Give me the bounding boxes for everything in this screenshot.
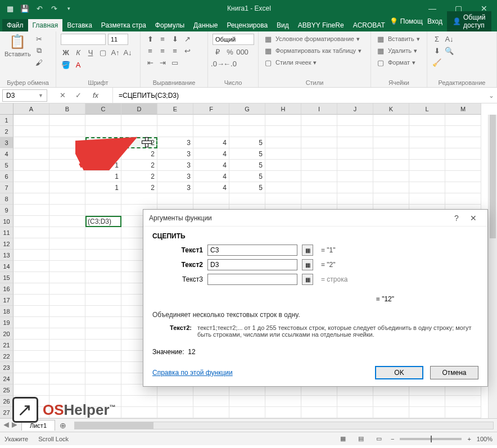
cell-C14[interactable] bbox=[85, 261, 121, 272]
cell-M2[interactable] bbox=[445, 126, 481, 137]
cell-B1[interactable] bbox=[49, 115, 85, 126]
col-header-M[interactable]: M bbox=[445, 103, 481, 115]
cell-A3[interactable] bbox=[13, 137, 49, 148]
cell-I4[interactable] bbox=[301, 148, 337, 160]
col-header-E[interactable]: E bbox=[157, 103, 193, 115]
cell-I3[interactable] bbox=[301, 137, 337, 148]
cell-A11[interactable] bbox=[13, 227, 49, 238]
cell-E1[interactable] bbox=[157, 115, 193, 126]
italic-button[interactable]: К bbox=[73, 47, 83, 57]
cell-D5[interactable]: 2 bbox=[121, 160, 157, 171]
cell-F3[interactable]: 4 bbox=[193, 137, 229, 148]
view-page-break-icon[interactable]: ▭ bbox=[373, 434, 385, 444]
tab-page-layout[interactable]: Разметка стра bbox=[97, 19, 151, 31]
cell-M4[interactable] bbox=[445, 148, 481, 160]
arg1-refedit-icon[interactable]: ▦ bbox=[302, 245, 313, 256]
cell-L26[interactable] bbox=[409, 396, 445, 407]
tab-acrobat[interactable]: ACROBAT bbox=[349, 19, 390, 31]
increase-decimal-icon[interactable]: .0→ bbox=[213, 58, 223, 69]
view-page-layout-icon[interactable]: ▤ bbox=[355, 434, 367, 444]
format-painter-icon[interactable]: 🖌 bbox=[34, 57, 44, 67]
cell-C22[interactable] bbox=[85, 351, 121, 362]
cell-A27[interactable] bbox=[13, 407, 49, 418]
cell-I7[interactable] bbox=[301, 182, 337, 193]
cell-L8[interactable] bbox=[409, 193, 445, 205]
cell-H27[interactable] bbox=[265, 407, 301, 418]
insert-cells-button[interactable]: ▦Вставить ▾ bbox=[376, 34, 420, 44]
wrap-text-icon[interactable]: ↩ bbox=[182, 46, 192, 56]
cell-H7[interactable] bbox=[265, 182, 301, 193]
cell-A19[interactable] bbox=[13, 317, 49, 328]
cell-A24[interactable] bbox=[13, 373, 49, 384]
cell-C7[interactable]: 1 bbox=[85, 182, 121, 193]
sheet-nav-last-icon[interactable]: ⯈ bbox=[11, 422, 18, 429]
expand-formula-bar-icon[interactable]: ⌄ bbox=[486, 92, 497, 99]
col-header-C[interactable]: C bbox=[85, 103, 121, 115]
cell-A21[interactable] bbox=[13, 340, 49, 351]
row-header-14[interactable]: 14 bbox=[0, 261, 13, 272]
cell-F2[interactable] bbox=[193, 126, 229, 137]
cell-L1[interactable] bbox=[409, 115, 445, 126]
orientation-icon[interactable]: ↗ bbox=[182, 34, 192, 44]
help-link[interactable]: Справка по этой функции bbox=[152, 369, 233, 377]
cell-D2[interactable] bbox=[121, 126, 157, 137]
cell-A14[interactable] bbox=[13, 261, 49, 272]
row-header-6[interactable]: 6 bbox=[0, 171, 13, 182]
cell-A18[interactable] bbox=[13, 306, 49, 317]
cell-C17[interactable] bbox=[85, 295, 121, 306]
cell-B5[interactable] bbox=[49, 160, 85, 171]
row-header-12[interactable]: 12 bbox=[0, 238, 13, 250]
row-header-20[interactable]: 20 bbox=[0, 328, 13, 340]
cell-A20[interactable] bbox=[13, 328, 49, 340]
align-center-icon[interactable]: ≡ bbox=[157, 46, 168, 56]
cell-L7[interactable] bbox=[409, 182, 445, 193]
cell-C23[interactable] bbox=[85, 362, 121, 373]
cancel-button[interactable]: Отмена bbox=[430, 366, 478, 379]
cell-L4[interactable] bbox=[409, 148, 445, 160]
view-normal-icon[interactable]: ▦ bbox=[337, 434, 349, 444]
dialog-close-icon[interactable]: ✕ bbox=[465, 214, 482, 223]
number-format-select[interactable] bbox=[213, 34, 254, 45]
bold-button[interactable]: Ж bbox=[61, 47, 71, 57]
cell-D27[interactable] bbox=[121, 407, 157, 418]
row-header-11[interactable]: 11 bbox=[0, 227, 13, 238]
cell-C20[interactable] bbox=[85, 328, 121, 340]
row-header-8[interactable]: 8 bbox=[0, 193, 13, 205]
insert-function-icon[interactable]: fx bbox=[89, 90, 102, 101]
cell-B18[interactable] bbox=[49, 306, 85, 317]
cell-H1[interactable] bbox=[265, 115, 301, 126]
format-cells-button[interactable]: ▢Формат ▾ bbox=[376, 57, 415, 67]
currency-icon[interactable]: ₽ bbox=[213, 47, 223, 57]
row-header-1[interactable]: 1 bbox=[0, 115, 13, 126]
cell-C19[interactable] bbox=[85, 317, 121, 328]
cell-B24[interactable] bbox=[49, 373, 85, 384]
arg3-input[interactable] bbox=[207, 274, 297, 285]
cell-H8[interactable] bbox=[265, 193, 301, 205]
cell-C9[interactable] bbox=[85, 205, 121, 216]
cell-A1[interactable] bbox=[13, 115, 49, 126]
enter-formula-icon[interactable]: ✓ bbox=[73, 90, 83, 101]
tab-file[interactable]: Файл bbox=[2, 19, 28, 31]
clear-icon[interactable]: 🧹 bbox=[432, 57, 442, 67]
sort-filter-icon[interactable]: A↓ bbox=[444, 34, 454, 44]
cell-E5[interactable]: 3 bbox=[157, 160, 193, 171]
cell-L2[interactable] bbox=[409, 126, 445, 137]
cell-C2[interactable] bbox=[85, 126, 121, 137]
cell-K3[interactable] bbox=[373, 137, 409, 148]
sheet-nav-first-icon[interactable]: ⯇ bbox=[3, 422, 10, 429]
cell-J8[interactable] bbox=[337, 193, 373, 205]
horizontal-scrollbar[interactable] bbox=[74, 422, 494, 429]
row-header-9[interactable]: 9 bbox=[0, 205, 13, 216]
cell-A23[interactable] bbox=[13, 362, 49, 373]
merge-icon[interactable]: ▭ bbox=[170, 57, 180, 67]
align-left-icon[interactable]: ≡ bbox=[145, 46, 155, 56]
decrease-decimal-icon[interactable]: ←.0 bbox=[225, 58, 235, 69]
cell-G26[interactable] bbox=[229, 396, 265, 407]
cell-C4[interactable]: 1 bbox=[85, 148, 121, 160]
cell-B4[interactable] bbox=[49, 148, 85, 160]
cell-F1[interactable] bbox=[193, 115, 229, 126]
cell-B15[interactable] bbox=[49, 272, 85, 283]
col-header-B[interactable]: B bbox=[49, 103, 85, 115]
row-header-13[interactable]: 13 bbox=[0, 250, 13, 261]
underline-button[interactable]: Ч bbox=[85, 47, 96, 57]
